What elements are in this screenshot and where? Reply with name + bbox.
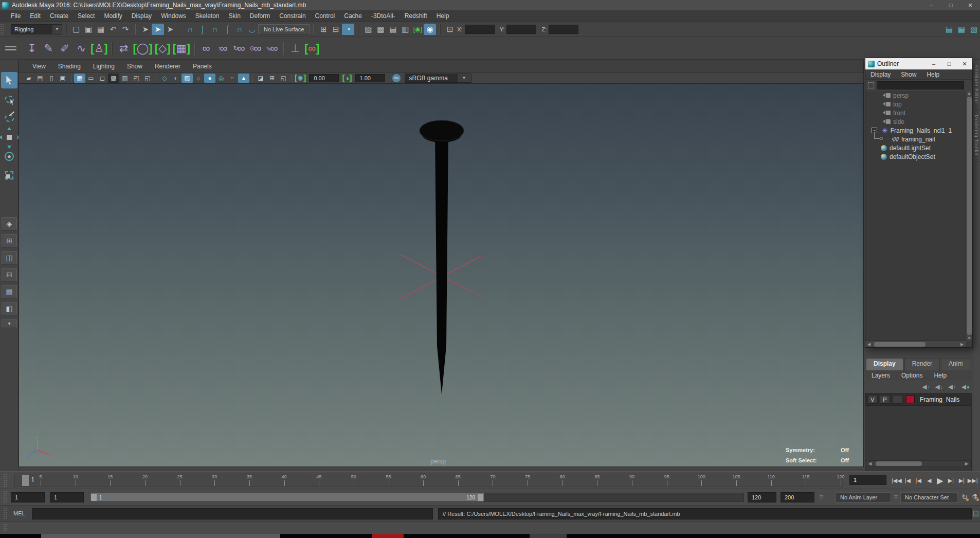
grid-icon[interactable]: ▦ bbox=[74, 74, 85, 83]
menu-display[interactable]: Display bbox=[127, 12, 156, 20]
anim-preferences-icon[interactable]: ↻ bbox=[959, 492, 970, 502]
toolbar-grip[interactable] bbox=[0, 24, 4, 35]
horizontal-split-layout[interactable]: ⊟ bbox=[2, 268, 17, 281]
parent-constraint-icon[interactable]: ∞ bbox=[198, 40, 214, 57]
select-tool[interactable] bbox=[1, 72, 17, 88]
step-forward-key-button[interactable]: ▶| bbox=[957, 475, 967, 486]
paint-select-tool[interactable] bbox=[1, 110, 17, 127]
taskbar-item[interactable] bbox=[530, 534, 567, 538]
scroll-down-icon[interactable]: ▼ bbox=[966, 336, 973, 340]
tab-anim[interactable]: Anim bbox=[941, 358, 970, 370]
tab-render[interactable]: Render bbox=[904, 358, 940, 370]
save-scene-icon[interactable]: ▦ bbox=[95, 24, 107, 35]
hypershade-persp-layout[interactable]: ▦ bbox=[2, 285, 17, 298]
camera-attributes-icon[interactable]: ▤ bbox=[34, 74, 46, 83]
outliner-title-bar[interactable]: Outliner – □ ✕ bbox=[865, 58, 972, 69]
constraint-chain-icon[interactable]: [∞] bbox=[303, 40, 321, 57]
wireframe-icon[interactable]: ◇ bbox=[159, 74, 170, 83]
vertical-split-layout[interactable]: ◫ bbox=[2, 251, 17, 264]
panel-menu-show[interactable]: Show bbox=[121, 63, 149, 70]
layer-playback-toggle[interactable]: P bbox=[880, 395, 890, 404]
menu-create[interactable]: Create bbox=[45, 12, 73, 20]
outliner-item-framing_nail[interactable]: framing_nail bbox=[865, 135, 966, 144]
sidebar-toggle-icon[interactable]: ▤ bbox=[943, 24, 955, 35]
use-all-lights-icon[interactable]: ☼ bbox=[193, 74, 204, 83]
close-button[interactable]: ✕ bbox=[957, 61, 972, 67]
make-live-icon[interactable]: ◡ bbox=[246, 24, 258, 35]
x-axis-field[interactable] bbox=[465, 25, 495, 34]
chevron-down-icon[interactable]: ▽ bbox=[894, 494, 898, 499]
four-view-layout[interactable]: ◈ bbox=[2, 217, 17, 230]
mel-input[interactable] bbox=[32, 508, 433, 519]
range-start-handle[interactable] bbox=[91, 494, 97, 501]
layer-row[interactable]: V P Framing_Nails bbox=[865, 393, 971, 406]
go-to-end-button[interactable]: ▶▶| bbox=[968, 475, 978, 486]
menu-3dtoall[interactable]: -3DtoAll- bbox=[367, 12, 400, 20]
scrollbar-thumb[interactable] bbox=[967, 97, 972, 335]
persp-outliner-layout[interactable]: ⊞ bbox=[2, 234, 17, 247]
outliner-menu-help[interactable]: Help bbox=[921, 71, 945, 78]
menu-windows[interactable]: Windows bbox=[156, 12, 191, 20]
outliner-item-defaultLightSet[interactable]: defaultLightSet bbox=[865, 144, 966, 152]
outliner-menu-display[interactable]: Display bbox=[865, 71, 896, 78]
panel-menu-lighting[interactable]: Lighting bbox=[87, 63, 121, 70]
script-editor-icon[interactable]: ▤ bbox=[973, 509, 979, 517]
range-slider-track[interactable]: 1 120 bbox=[90, 493, 744, 502]
layout-dropdown[interactable]: ▾ bbox=[2, 319, 17, 328]
output-connections-icon[interactable]: ⊟ bbox=[330, 24, 342, 35]
image-plane-icon[interactable]: ▣ bbox=[57, 74, 68, 83]
input-connections-icon[interactable]: ⊞ bbox=[317, 24, 330, 35]
layer-color-swatch[interactable] bbox=[906, 396, 915, 403]
scroll-right-icon[interactable]: ▶ bbox=[963, 461, 970, 466]
snap-view-plane-icon[interactable]: ∩ bbox=[233, 24, 246, 35]
menu-help[interactable]: Help bbox=[432, 12, 454, 20]
outliner-item-side[interactable]: side bbox=[865, 117, 966, 126]
playback-end-field[interactable]: 120 bbox=[748, 492, 776, 503]
film-gate-icon[interactable]: ▭ bbox=[85, 74, 97, 83]
mirror-joint-icon[interactable]: ⇄ bbox=[115, 40, 132, 57]
exposure-field[interactable]: 0.00 bbox=[309, 74, 339, 82]
contrast-icon[interactable]: [◑] bbox=[342, 74, 352, 83]
outliner-search-input[interactable] bbox=[877, 81, 964, 89]
menu-select[interactable]: Select bbox=[73, 12, 99, 20]
gate-mask-icon[interactable]: ▩ bbox=[108, 74, 119, 83]
textured-icon[interactable]: ▨ bbox=[182, 74, 193, 83]
ik-handle-tool-icon[interactable]: ✎ bbox=[40, 40, 57, 57]
side-tab-modeling-toolkit[interactable]: Modeling Toolkit bbox=[973, 110, 979, 162]
filter-icon[interactable] bbox=[868, 82, 874, 88]
live-surface-field[interactable]: No Live Surface bbox=[258, 24, 310, 34]
spline-ik-tool-icon[interactable]: ∿ bbox=[73, 40, 89, 57]
close-button[interactable]: ✕ bbox=[960, 0, 980, 10]
lasso-tool[interactable] bbox=[1, 91, 17, 107]
move-layer-up-icon[interactable]: ◀↑ bbox=[922, 382, 930, 392]
range-end-handle[interactable] bbox=[478, 494, 483, 501]
playhead[interactable] bbox=[22, 475, 29, 486]
pan-zoom-icon[interactable]: ⊞ bbox=[266, 74, 278, 83]
aim-constraint-icon[interactable]: ⊙∞ bbox=[247, 40, 264, 57]
anim-layer-dropdown[interactable]: No Anim Layer bbox=[836, 492, 891, 503]
resolution-gate-icon[interactable]: ◻ bbox=[97, 74, 108, 83]
y-axis-field[interactable] bbox=[506, 25, 536, 34]
outliner-item-top[interactable]: top bbox=[865, 100, 966, 109]
render-current-frame-icon[interactable]: [◉] bbox=[411, 24, 424, 35]
side-tab-attribute-editor[interactable]: Attribute Editor bbox=[973, 60, 979, 110]
scroll-left-icon[interactable]: ◀ bbox=[865, 342, 873, 347]
step-back-key-button[interactable]: |◀ bbox=[903, 475, 913, 486]
safe-action-icon[interactable]: ◰ bbox=[131, 74, 142, 83]
construction-history-icon[interactable]: ◔ bbox=[342, 24, 354, 35]
render-settings-icon[interactable]: ▩ bbox=[374, 24, 387, 35]
playback-start-field[interactable]: 1 bbox=[11, 492, 45, 503]
play-backwards-button[interactable]: ◀ bbox=[924, 475, 934, 486]
minimize-button[interactable]: – bbox=[926, 61, 941, 67]
taskbar-item[interactable] bbox=[41, 534, 280, 538]
z-axis-field[interactable] bbox=[549, 25, 578, 34]
mel-label[interactable]: MEL bbox=[13, 510, 25, 516]
outliner-item-defaultObjectSet[interactable]: defaultObjectSet bbox=[865, 152, 966, 161]
sym-input-icon[interactable]: ⊡ bbox=[444, 24, 456, 35]
create-empty-layer-icon[interactable]: ◀+ bbox=[948, 382, 956, 392]
layer-name[interactable]: Framing_Nails bbox=[920, 396, 959, 403]
isolate-select-icon[interactable]: ◪ bbox=[255, 74, 266, 83]
menu-set-dropdown[interactable]: Rigging ▼ bbox=[11, 24, 62, 34]
rotate-tool[interactable]: ◆ bbox=[1, 148, 17, 165]
layer-visible-toggle[interactable]: V bbox=[867, 395, 878, 404]
